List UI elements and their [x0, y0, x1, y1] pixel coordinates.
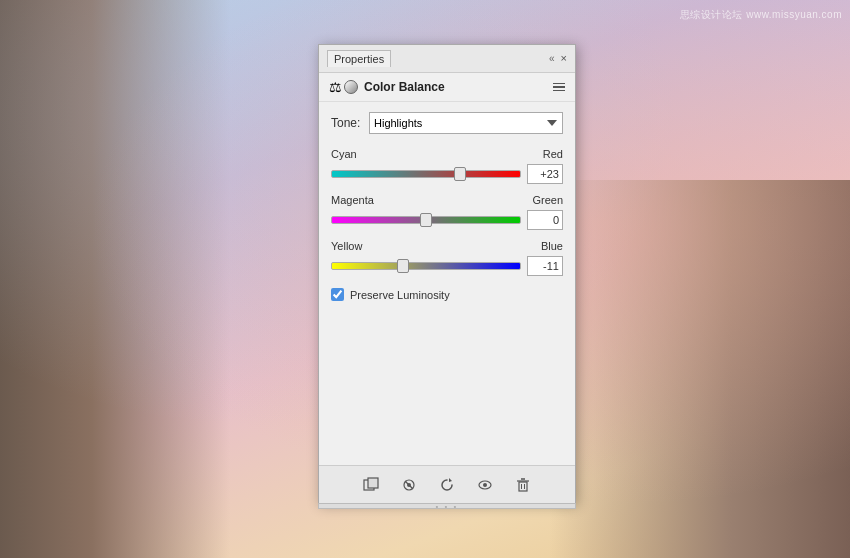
magenta-green-labels: Magenta Green	[331, 194, 563, 206]
cyan-red-value: +23	[527, 164, 563, 184]
menu-lines-icon	[553, 83, 565, 92]
magenta-green-track[interactable]	[331, 216, 521, 224]
magenta-label: Magenta	[331, 194, 374, 206]
panel-body: Tone: Shadows Midtones Highlights Cyan R…	[319, 102, 575, 465]
yellow-blue-labels: Yellow Blue	[331, 240, 563, 252]
visibility-icon	[401, 477, 417, 493]
tone-select[interactable]: Shadows Midtones Highlights	[369, 112, 563, 134]
svg-marker-5	[449, 478, 452, 482]
tone-row: Tone: Shadows Midtones Highlights	[331, 112, 563, 134]
magenta-green-row: 0	[331, 210, 563, 230]
yellow-blue-track-wrap	[331, 257, 521, 275]
layer-icons: ⚖	[329, 79, 358, 95]
collapse-panel-button[interactable]: «	[549, 54, 555, 64]
svg-rect-8	[519, 482, 527, 491]
eye-icon	[477, 477, 493, 493]
magenta-green-section: Magenta Green 0	[331, 194, 563, 230]
yellow-blue-value: -11	[527, 256, 563, 276]
trash-icon	[515, 477, 531, 493]
yellow-label: Yellow	[331, 240, 362, 252]
cyan-label: Cyan	[331, 148, 357, 160]
magenta-green-thumb[interactable]	[420, 213, 432, 227]
cyan-red-track[interactable]	[331, 170, 521, 178]
properties-tab[interactable]: Properties	[327, 50, 391, 67]
panel-menu-icon[interactable]	[553, 83, 565, 92]
blue-label: Blue	[541, 240, 563, 252]
add-mask-button[interactable]	[359, 473, 383, 497]
svg-point-7	[483, 483, 487, 487]
green-label: Green	[532, 194, 563, 206]
cyan-red-row: +23	[331, 164, 563, 184]
add-mask-icon	[363, 477, 379, 493]
yellow-blue-track[interactable]	[331, 262, 521, 270]
svg-rect-1	[368, 478, 378, 488]
delete-button[interactable]	[511, 473, 535, 497]
preserve-luminosity-checkbox[interactable]	[331, 288, 344, 301]
panel-title: Color Balance	[364, 80, 445, 94]
svg-line-4	[405, 481, 413, 489]
panel-footer	[319, 465, 575, 503]
panel-resize-handle[interactable]: • • •	[318, 503, 576, 509]
cyan-red-thumb[interactable]	[454, 167, 466, 181]
panel-tab-group: Properties	[327, 50, 391, 67]
visibility-toggle-button[interactable]	[397, 473, 421, 497]
circle-icon	[344, 80, 358, 94]
cyan-red-labels: Cyan Red	[331, 148, 563, 160]
eye-button[interactable]	[473, 473, 497, 497]
reset-icon	[439, 477, 455, 493]
titlebar-icons: « ×	[549, 53, 567, 64]
preserve-luminosity-label: Preserve Luminosity	[350, 289, 450, 301]
red-label: Red	[543, 148, 563, 160]
tone-label: Tone:	[331, 116, 361, 130]
properties-panel: Properties « × ⚖ Color Balance Tone: Sha…	[318, 44, 576, 504]
yellow-blue-row: -11	[331, 256, 563, 276]
scales-icon: ⚖	[329, 79, 342, 95]
magenta-green-value: 0	[527, 210, 563, 230]
panel-header: ⚖ Color Balance	[319, 73, 575, 102]
reset-button[interactable]	[435, 473, 459, 497]
close-panel-button[interactable]: ×	[561, 53, 567, 64]
yellow-blue-thumb[interactable]	[397, 259, 409, 273]
panel-titlebar: Properties « ×	[319, 45, 575, 73]
watermark: 思综设计论坛 www.missyuan.com	[680, 8, 842, 22]
magenta-green-track-wrap	[331, 211, 521, 229]
preserve-luminosity-row: Preserve Luminosity	[331, 288, 563, 301]
yellow-blue-section: Yellow Blue -11	[331, 240, 563, 276]
resize-handle-dots: • • •	[436, 502, 459, 511]
cyan-red-section: Cyan Red +23	[331, 148, 563, 184]
cyan-red-track-wrap	[331, 165, 521, 183]
